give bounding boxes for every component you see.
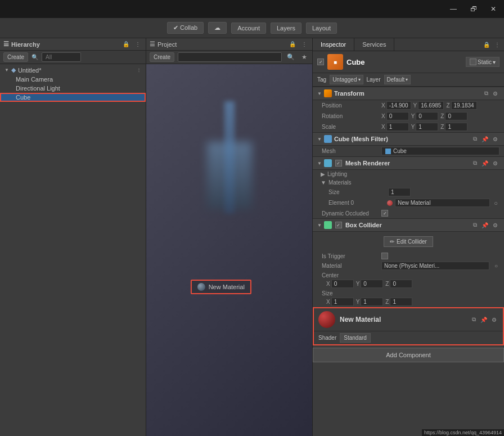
hierarchy-directional-light[interactable]: Directional Light bbox=[0, 84, 146, 93]
project-search-input[interactable] bbox=[178, 52, 282, 62]
collab-button[interactable]: ✔ Collab bbox=[167, 22, 204, 34]
center-x-value[interactable]: 0 bbox=[331, 280, 354, 288]
csize-z-value[interactable]: 1 bbox=[390, 298, 412, 306]
boxcollider-pin-btn[interactable]: 📌 bbox=[480, 221, 490, 229]
hierarchy-untitled-group[interactable]: ▼ ◆ Untitled* ⋮ bbox=[0, 65, 146, 75]
material-sphere-large-icon bbox=[318, 311, 335, 328]
project-search-icon[interactable]: 🔍 bbox=[285, 53, 296, 61]
scale-x-value[interactable]: 1 bbox=[386, 123, 409, 131]
top-toolbar: ✔ Collab ☁ Account Layers Layout bbox=[0, 18, 504, 38]
close-button[interactable]: ✕ bbox=[487, 4, 500, 14]
pos-y-group: Y 16.6985 bbox=[413, 101, 444, 110]
project-title: Project bbox=[158, 41, 177, 48]
hierarchy-options-icon: ⋮ bbox=[137, 68, 141, 73]
collider-material-pick-btn[interactable]: ○ bbox=[493, 262, 500, 269]
csize-z-label: Z bbox=[385, 299, 389, 305]
inspector-more-icon[interactable]: ⋮ bbox=[493, 41, 502, 48]
material-settings-btn[interactable]: ⚙ bbox=[490, 316, 498, 323]
meshrenderer-component-header[interactable]: ▼ ✓ Mesh Renderer ⧉ 📌 ⚙ bbox=[313, 156, 504, 170]
project-header: ☰ Project 🔒 ⋮ bbox=[146, 38, 312, 51]
hierarchy-main-camera[interactable]: Main Camera bbox=[0, 75, 146, 84]
lighting-label: Lighting bbox=[327, 171, 347, 177]
edit-collider-label: Edit Collider bbox=[397, 239, 427, 245]
rot-y-value[interactable]: 0 bbox=[416, 112, 438, 120]
hierarchy-cube[interactable]: Cube bbox=[0, 93, 146, 102]
material-pin-btn[interactable]: 📌 bbox=[479, 316, 489, 323]
boxcollider-settings-btn[interactable]: ⚙ bbox=[491, 221, 500, 229]
center-y-value[interactable]: 0 bbox=[361, 280, 383, 288]
csize-x-value[interactable]: 1 bbox=[331, 298, 354, 306]
inspector-lock-icon[interactable]: 🔒 bbox=[482, 41, 492, 48]
layers-button[interactable]: Layers bbox=[271, 23, 302, 34]
object-cube-icon: ■ bbox=[327, 54, 343, 70]
boxcollider-ref-btn[interactable]: ⧉ bbox=[471, 221, 479, 229]
object-active-checkbox[interactable]: ✓ bbox=[317, 59, 324, 65]
material-ref-btn[interactable]: ⧉ bbox=[470, 316, 478, 323]
transform-component-header[interactable]: ▼ Transform ⧉ ⚙ bbox=[313, 87, 504, 100]
meshrenderer-pin-btn[interactable]: 📌 bbox=[480, 159, 490, 167]
materials-sub-header[interactable]: ▼ Materials bbox=[313, 178, 504, 187]
element0-pick-btn[interactable]: ○ bbox=[492, 199, 500, 207]
collider-material-field[interactable]: None (Physic Materi... bbox=[381, 262, 489, 270]
edit-collider-button[interactable]: ✏ Edit Collider bbox=[384, 236, 433, 247]
transform-ref-btn[interactable]: ⧉ bbox=[483, 89, 490, 97]
rot-x-value[interactable]: 0 bbox=[386, 112, 409, 120]
boxcollider-fold-icon: ▼ bbox=[317, 223, 322, 228]
project-more-icon[interactable]: ⋮ bbox=[300, 41, 309, 48]
scene-view[interactable]: New Material bbox=[146, 64, 312, 436]
minimize-button[interactable]: — bbox=[447, 4, 460, 14]
dynamic-occluded-checkbox[interactable]: ✓ bbox=[381, 210, 388, 217]
scale-y-value[interactable]: 1 bbox=[416, 123, 438, 131]
static-label: Static bbox=[478, 59, 492, 65]
materials-size-value[interactable]: 1 bbox=[388, 188, 411, 196]
pos-x-value[interactable]: -14.900 bbox=[386, 101, 411, 110]
scale-z-value[interactable]: 1 bbox=[445, 123, 467, 131]
tab-services[interactable]: Services bbox=[354, 38, 394, 51]
csize-y-value[interactable]: 1 bbox=[361, 298, 383, 306]
center-z-value[interactable]: 0 bbox=[390, 280, 412, 288]
layout-button[interactable]: Layout bbox=[306, 23, 337, 34]
element0-field[interactable]: New Material bbox=[395, 199, 490, 207]
pos-z-value[interactable]: 19.1834 bbox=[451, 101, 477, 110]
meshrenderer-actions: ⧉ 📌 ⚙ bbox=[471, 159, 500, 167]
meshfilter-settings-btn[interactable]: ⚙ bbox=[491, 135, 500, 143]
title-bar: — 🗗 ✕ bbox=[0, 0, 504, 18]
static-checkbox[interactable] bbox=[470, 59, 476, 65]
maximize-button[interactable]: 🗗 bbox=[467, 4, 480, 14]
boxcollider-enable-checkbox[interactable]: ✓ bbox=[335, 222, 342, 228]
scale-label: Scale bbox=[322, 124, 378, 130]
meshfilter-component-header[interactable]: ▼ Cube (Mesh Filter) ⧉ 📌 ⚙ bbox=[313, 132, 504, 146]
hierarchy-more-icon[interactable]: ⋮ bbox=[133, 41, 142, 48]
hierarchy-search-input[interactable] bbox=[42, 52, 81, 62]
tag-value: Untagged bbox=[332, 77, 357, 83]
lighting-sub-header[interactable]: ▶ Lighting bbox=[313, 170, 504, 178]
project-create-button[interactable]: Create bbox=[150, 52, 174, 62]
shader-dropdown[interactable]: Standard bbox=[340, 333, 371, 343]
add-component-button[interactable]: Add Component bbox=[313, 348, 504, 362]
center-label-row: Center bbox=[313, 271, 504, 278]
meshfilter-pin-btn[interactable]: 📌 bbox=[480, 135, 490, 143]
meshfilter-ref-btn[interactable]: ⧉ bbox=[471, 135, 479, 143]
material-component-header[interactable]: New Material ⧉ 📌 ⚙ bbox=[314, 308, 503, 331]
account-button[interactable]: Account bbox=[231, 23, 266, 34]
collider-size-label-row: Size bbox=[313, 289, 504, 296]
meshrenderer-ref-btn[interactable]: ⧉ bbox=[471, 159, 479, 167]
transform-settings-btn[interactable]: ⚙ bbox=[491, 89, 500, 97]
pos-y-value[interactable]: 16.6985 bbox=[418, 101, 444, 110]
pos-z-label: Z bbox=[446, 102, 449, 109]
new-material-badge[interactable]: New Material bbox=[191, 280, 251, 294]
is-trigger-checkbox[interactable] bbox=[381, 253, 388, 259]
meshrenderer-enable-checkbox[interactable]: ✓ bbox=[335, 160, 342, 167]
meshrenderer-settings-btn[interactable]: ⚙ bbox=[491, 159, 500, 167]
cloud-button[interactable]: ☁ bbox=[208, 22, 227, 34]
hierarchy-create-button[interactable]: Create bbox=[3, 52, 28, 62]
project-star-icon[interactable]: ★ bbox=[300, 53, 309, 61]
mesh-value-field[interactable]: Cube bbox=[381, 147, 500, 155]
tab-inspector[interactable]: Inspector bbox=[313, 38, 354, 51]
tag-dropdown[interactable]: Untagged ▾ bbox=[330, 75, 363, 84]
hierarchy-lock-icon[interactable]: 🔒 bbox=[121, 41, 131, 48]
rot-z-value[interactable]: 0 bbox=[445, 112, 467, 120]
layer-dropdown[interactable]: Default ▾ bbox=[384, 75, 411, 84]
project-lock-icon[interactable]: 🔒 bbox=[287, 41, 298, 48]
boxcollider-component-header[interactable]: ▼ ✓ Box Collider ⧉ 📌 ⚙ bbox=[313, 218, 504, 232]
